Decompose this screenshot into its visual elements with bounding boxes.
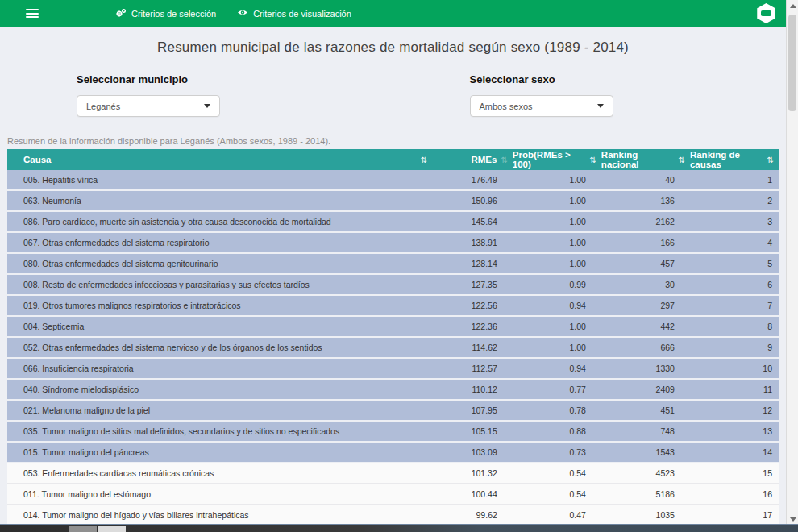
- rmes-cell: 99.62: [435, 510, 513, 520]
- rmes-cell: 150.96: [435, 196, 513, 206]
- prob-cell: 0.54: [513, 489, 601, 499]
- cause-cell: 052. Otras enfermedades del sistema nerv…: [7, 343, 435, 352]
- table-row[interactable]: 053. Enfermedades cardíacas reumáticas c…: [7, 463, 779, 484]
- prob-cell: 1.00: [513, 217, 601, 227]
- cause-cell: 005. Hepatitis vírica: [7, 175, 435, 185]
- ranking-causas-cell: 3: [690, 217, 779, 227]
- sexo-label: Seleccionar sexo: [470, 73, 787, 85]
- ranking-nacional-cell: 297: [601, 301, 690, 310]
- prob-cell: 0.47: [513, 510, 601, 520]
- table-row[interactable]: 015. Tumor maligno del páncreas103.090.7…: [7, 443, 779, 463]
- eye-icon: [237, 8, 248, 19]
- cause-cell: 021. Melanoma maligno de la piel: [7, 405, 435, 415]
- ranking-nacional-cell: 457: [601, 259, 690, 268]
- rmes-cell: 112.57: [435, 364, 513, 373]
- table-row[interactable]: 035. Tumor maligno de sitios mal definid…: [7, 422, 779, 443]
- column-header-ranking-nacional[interactable]: Ranking nacional ⇅: [601, 150, 690, 169]
- cause-cell: 040. Síndrome mielodisplásico: [7, 384, 435, 394]
- table-row[interactable]: 086. Paro cardíaco, muerte sin asistenci…: [7, 212, 779, 233]
- column-header-prob[interactable]: Prob(RMEs > 100) ⇅: [513, 150, 601, 169]
- ranking-nacional-cell: 666: [601, 343, 690, 352]
- app-logo: [756, 3, 776, 23]
- cause-cell: 067. Otras enfermedades del sistema resp…: [7, 238, 435, 247]
- column-header-rmes[interactable]: RMEs ⇅: [435, 155, 513, 164]
- cause-cell: 008. Resto de enfermedades infecciosas y…: [7, 280, 435, 289]
- prob-cell: 0.77: [513, 384, 601, 394]
- prob-cell: 1.00: [513, 175, 601, 185]
- prob-cell: 1.00: [513, 238, 601, 247]
- ranking-nacional-cell: 166: [601, 238, 690, 247]
- table-row[interactable]: 040. Síndrome mielodisplásico110.120.772…: [7, 380, 779, 401]
- sexo-select[interactable]: Ambos sexos: [470, 95, 613, 117]
- prob-cell: 0.78: [513, 405, 601, 415]
- prob-cell: 0.94: [513, 364, 601, 373]
- nav-item-criterios-seleccion[interactable]: Criterios de selección: [115, 8, 216, 19]
- sort-icon[interactable]: ⇅: [589, 156, 596, 164]
- ranking-causas-cell: 13: [690, 426, 779, 436]
- sort-icon[interactable]: ⇅: [679, 156, 685, 164]
- prob-cell: 0.88: [513, 426, 601, 436]
- scroll-down-icon[interactable]: [790, 517, 796, 522]
- vertical-scrollbar[interactable]: [786, 0, 798, 526]
- rmes-cell: 110.12: [435, 384, 513, 394]
- sort-icon[interactable]: ⇅: [767, 156, 774, 164]
- nav-item-label: Criterios de selección: [131, 9, 216, 19]
- municipio-select[interactable]: Leganés: [77, 95, 220, 117]
- cause-cell: 015. Tumor maligno del páncreas: [7, 447, 435, 457]
- scroll-up-icon[interactable]: [790, 4, 796, 8]
- cause-cell: 035. Tumor maligno de sitios mal definid…: [7, 426, 435, 436]
- column-header-ranking-causas[interactable]: Ranking de causas ⇅: [690, 150, 779, 169]
- table-row[interactable]: 067. Otras enfermedades del sistema resp…: [7, 233, 779, 254]
- ranking-causas-cell: 10: [690, 364, 779, 373]
- ranking-nacional-cell: 1035: [601, 510, 690, 520]
- table-row[interactable]: 019. Otros tumores malignos respiratorio…: [7, 296, 779, 317]
- rmes-cell: 100.44: [435, 489, 513, 499]
- sort-icon[interactable]: ⇅: [421, 156, 427, 164]
- table-row[interactable]: 080. Otras enfermedades del sistema geni…: [7, 254, 779, 275]
- rmes-cell: 176.49: [435, 175, 513, 185]
- table-row[interactable]: 004. Septicemia122.361.004428: [7, 317, 779, 338]
- ranking-nacional-cell: 748: [601, 426, 690, 436]
- cause-cell: 066. Insuficiencia respiratoria: [7, 364, 435, 373]
- sexo-selected-value: Ambos sexos: [480, 102, 533, 111]
- nav-item-criterios-visualizacion[interactable]: Criterios de visualización: [237, 8, 351, 19]
- filters-row: Seleccionar municipio Leganés Selecciona…: [0, 73, 786, 117]
- table-row[interactable]: 008. Resto de enfermedades infecciosas y…: [7, 275, 779, 296]
- table-row[interactable]: 021. Melanoma maligno de la piel107.950.…: [7, 401, 779, 422]
- rmes-cell: 103.09: [435, 447, 513, 457]
- ranking-nacional-cell: 4523: [601, 468, 690, 478]
- background-window-strip: [0, 524, 798, 532]
- gears-icon: [115, 8, 127, 19]
- rmes-cell: 122.36: [435, 322, 513, 331]
- ranking-nacional-cell: 40: [601, 175, 690, 185]
- sort-icon[interactable]: ⇅: [501, 156, 507, 164]
- chevron-down-icon: [597, 104, 604, 108]
- table-row[interactable]: 005. Hepatitis vírica176.491.00401: [7, 170, 779, 191]
- table-row[interactable]: 066. Insuficiencia respiratoria112.570.9…: [7, 359, 779, 380]
- municipio-filter: Seleccionar municipio Leganés: [0, 73, 393, 117]
- ranking-causas-cell: 2: [690, 196, 779, 206]
- table-body: 005. Hepatitis vírica176.491.00401063. N…: [7, 170, 779, 526]
- rmes-cell: 145.64: [435, 217, 513, 227]
- prob-cell: 1.00: [513, 343, 601, 352]
- table-row[interactable]: 052. Otras enfermedades del sistema nerv…: [7, 338, 779, 359]
- prob-cell: 0.73: [513, 447, 601, 457]
- table-row[interactable]: 011. Tumor maligno del estómago100.440.5…: [7, 484, 779, 505]
- ranking-causas-cell: 8: [690, 322, 779, 331]
- cause-cell: 053. Enfermedades cardíacas reumáticas c…: [7, 468, 435, 478]
- ranking-nacional-cell: 1330: [601, 364, 690, 373]
- cause-cell: 086. Paro cardíaco, muerte sin asistenci…: [7, 217, 435, 227]
- rmes-cell: 128.14: [435, 259, 513, 268]
- cause-cell: 080. Otras enfermedades del sistema geni…: [7, 259, 435, 268]
- ranking-nacional-cell: 442: [601, 322, 690, 331]
- municipio-label: Seleccionar municipio: [77, 73, 393, 85]
- ranking-nacional-cell: 136: [601, 196, 690, 206]
- table-row[interactable]: 063. Neumonía150.961.001362: [7, 191, 779, 212]
- rmes-cell: 127.35: [435, 280, 513, 289]
- column-header-causa[interactable]: Causa ⇅: [7, 155, 435, 164]
- cause-cell: 011. Tumor maligno del estómago: [7, 489, 435, 499]
- hamburger-menu-icon[interactable]: [26, 9, 39, 18]
- ranking-causas-cell: 15: [690, 468, 779, 478]
- scrollbar-thumb[interactable]: [788, 15, 796, 111]
- cause-cell: 019. Otros tumores malignos respiratorio…: [7, 301, 435, 310]
